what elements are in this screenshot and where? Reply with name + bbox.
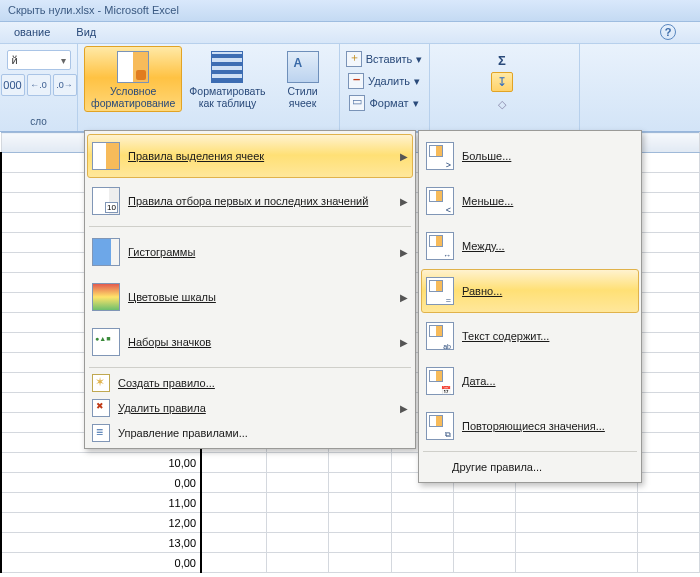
editing-group: Сортировка и фильтр Найти и выделить xyxy=(430,44,580,131)
cell[interactable]: 12,00 xyxy=(1,513,201,533)
menu-color-scales[interactable]: Цветовые шкалы ▶ xyxy=(87,275,413,319)
chevron-right-icon: ▶ xyxy=(400,151,408,162)
clear-icon xyxy=(498,98,506,111)
table-row: 12,00 xyxy=(1,513,700,533)
clear-rules-icon xyxy=(92,399,110,417)
cell[interactable]: 13,00 xyxy=(1,533,201,553)
highlight-rules-submenu: Больше... Меньше... Между... Равно... Те… xyxy=(418,130,642,483)
delete-button[interactable]: Удалить ▾ xyxy=(348,70,420,92)
cell[interactable]: 0,00 xyxy=(1,473,201,493)
highlight-rules-icon xyxy=(92,142,120,170)
chevron-right-icon: ▶ xyxy=(400,196,408,207)
styles-group: Условное форматирование Форматировать ка… xyxy=(78,44,340,131)
increase-decimal-btn[interactable]: ←.0 xyxy=(27,74,51,96)
table-icon xyxy=(211,51,243,83)
insert-button[interactable]: Вставить ▾ xyxy=(346,48,423,70)
conditional-formatting-menu: Правила выделения ячеек ▶ Правила отбора… xyxy=(84,130,416,449)
chevron-right-icon: ▶ xyxy=(400,337,408,348)
menu-equal-to[interactable]: Равно... xyxy=(421,269,639,313)
date-icon xyxy=(426,367,454,395)
menu-new-rule[interactable]: Создать правило... xyxy=(87,371,413,395)
menu-duplicate-values[interactable]: Повторяющиеся значения... xyxy=(421,404,639,448)
format-icon xyxy=(349,95,365,111)
chevron-right-icon: ▶ xyxy=(400,247,408,258)
styles-icon xyxy=(287,51,319,83)
data-bars-icon xyxy=(92,238,120,266)
insert-icon xyxy=(346,51,362,67)
menu-item-view[interactable]: Вид xyxy=(70,24,102,41)
menu-more-rules[interactable]: Другие правила... xyxy=(421,455,639,479)
menu-text-contains[interactable]: Текст содержит... xyxy=(421,314,639,358)
delete-icon xyxy=(348,73,364,89)
cells-group: Вставить ▾ Удалить ▾ Формат ▾ xyxy=(340,44,430,131)
conditional-formatting-icon xyxy=(117,51,149,83)
menu-top-bottom-rules[interactable]: Правила отбора первых и последних значен… xyxy=(87,179,413,223)
menu-date-occurring[interactable]: Дата... xyxy=(421,359,639,403)
menu-clear-rules[interactable]: Удалить правила ▶ xyxy=(87,396,413,420)
menu-item-review[interactable]: ование xyxy=(8,24,56,41)
fill-down-icon xyxy=(497,75,507,89)
equal-to-icon xyxy=(426,277,454,305)
cell[interactable]: 10,00 xyxy=(1,453,201,473)
menu-less-than[interactable]: Меньше... xyxy=(421,179,639,223)
cell[interactable]: 0,00 xyxy=(1,553,201,573)
icon-sets-icon xyxy=(92,328,120,356)
separator xyxy=(423,451,637,452)
menu-icon-sets[interactable]: Наборы значков ▶ xyxy=(87,320,413,364)
number-format-select[interactable]: й xyxy=(7,50,71,70)
menu-bar: ование Вид ? xyxy=(0,22,700,44)
conditional-formatting-button[interactable]: Условное форматирование xyxy=(84,46,182,112)
chevron-right-icon: ▶ xyxy=(400,403,408,414)
separator xyxy=(89,367,411,368)
menu-greater-than[interactable]: Больше... xyxy=(421,134,639,178)
window-title: Скрыть нули.xlsx - Microsoft Excel xyxy=(8,4,179,16)
help-icon[interactable]: ? xyxy=(660,24,676,40)
table-row: 11,00 xyxy=(1,493,700,513)
menu-data-bars[interactable]: Гистограммы ▶ xyxy=(87,230,413,274)
new-rule-icon xyxy=(92,374,110,392)
table-row: 0,00 xyxy=(1,553,700,573)
less-than-icon xyxy=(426,187,454,215)
sigma-icon xyxy=(498,53,506,68)
table-row: 13,00 xyxy=(1,533,700,553)
ribbon: й 000 ←.0 .0→ сло Условное форматировани… xyxy=(0,44,700,132)
greater-than-icon xyxy=(426,142,454,170)
manage-rules-icon xyxy=(92,424,110,442)
menu-between[interactable]: Между... xyxy=(421,224,639,268)
between-icon xyxy=(426,232,454,260)
menu-highlight-rules[interactable]: Правила выделения ячеек ▶ xyxy=(87,134,413,178)
decrease-decimal-btn[interactable]: .0→ xyxy=(53,74,77,96)
number-format-btn[interactable]: 000 xyxy=(1,74,25,96)
fill-button[interactable] xyxy=(491,72,513,92)
separator xyxy=(89,226,411,227)
format-button[interactable]: Формат ▾ xyxy=(349,92,418,114)
number-group-label: сло xyxy=(30,116,47,129)
text-contains-icon xyxy=(426,322,454,350)
format-as-table-button[interactable]: Форматировать как таблицу xyxy=(182,46,272,112)
clear-button[interactable] xyxy=(491,94,513,114)
cell[interactable]: 11,00 xyxy=(1,493,201,513)
color-scales-icon xyxy=(92,283,120,311)
autosum-button[interactable] xyxy=(491,50,513,70)
top-bottom-icon xyxy=(92,187,120,215)
cell-styles-button[interactable]: Стили ячеек xyxy=(273,46,333,112)
number-group: й 000 ←.0 .0→ сло xyxy=(0,44,78,131)
duplicate-icon xyxy=(426,412,454,440)
chevron-right-icon: ▶ xyxy=(400,292,408,303)
title-bar: Скрыть нули.xlsx - Microsoft Excel xyxy=(0,0,700,22)
menu-manage-rules[interactable]: Управление правилами... xyxy=(87,421,413,445)
